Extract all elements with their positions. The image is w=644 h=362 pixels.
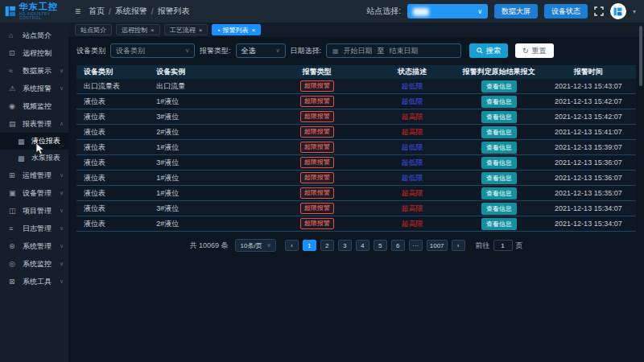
cell-category: 液位表 xyxy=(76,173,149,183)
status-text: 超低限 xyxy=(367,142,456,153)
sidebar-item-ops-mgmt[interactable]: ⊞ 运维管理 ∨ xyxy=(0,167,68,184)
status-text: 超高限 xyxy=(367,204,456,214)
cell-category: 液位表 xyxy=(76,127,149,138)
tab-process-flow[interactable]: 工艺流程 × xyxy=(164,24,208,35)
view-info-button[interactable]: 查看信息 xyxy=(481,80,517,93)
reset-button-label: 重置 xyxy=(532,46,547,56)
tab-remote-control[interactable]: 远程控制 × xyxy=(116,24,160,35)
tab-alarm-list[interactable]: ● 报警列表 × xyxy=(212,24,261,35)
search-button[interactable]: 搜索 xyxy=(469,43,508,58)
brand-logo-icon xyxy=(5,5,16,18)
sidebar-item-system-mgmt[interactable]: ⊛ 系统管理 ∨ xyxy=(0,237,68,255)
cell-instance: 2#液位 xyxy=(149,219,266,229)
page-button-4[interactable]: 4 xyxy=(356,240,369,251)
tab-site-intro[interactable]: 站点简介 xyxy=(75,24,112,35)
sidebar-item-label: 远程控制 xyxy=(23,48,52,59)
sidebar-item-video-monitor[interactable]: ◉ 视频监控 xyxy=(0,97,68,115)
page-button-1[interactable]: 1 xyxy=(303,240,316,251)
sidebar-item-project-mgmt[interactable]: ◫ 项目管理 ∨ xyxy=(0,202,68,220)
view-info-button[interactable]: 查看信息 xyxy=(481,111,517,123)
big-screen-button[interactable]: 数据大屏 xyxy=(494,4,538,19)
alarm-type-badge: 超限报警 xyxy=(300,126,334,138)
pagination: 共 10069 条 10条/页 ∨ ‹ 1 2 3 4 5 6 ··· 1007… xyxy=(76,239,636,252)
device-status-button[interactable]: 设备状态 xyxy=(544,4,588,19)
site-select-dropdown[interactable]: ████ ∨ xyxy=(407,4,488,19)
chevron-down-icon: ∨ xyxy=(60,208,64,214)
col-status-desc: 状态描述 xyxy=(367,67,456,77)
sidebar-item-device-mgmt[interactable]: ▣ 设备管理 ∨ xyxy=(0,184,68,202)
chevron-down-icon: ∨ xyxy=(60,190,64,196)
sidebar-item-system-alarm[interactable]: ⚠ 系统报警 ∨ xyxy=(0,80,68,97)
ellipsis-button[interactable]: ··· xyxy=(409,240,423,251)
breadcrumb-system-alarm[interactable]: 系统报警 xyxy=(115,6,147,17)
sidebar-item-remote-control[interactable]: ⊡ 远程控制 xyxy=(0,44,68,62)
close-icon[interactable]: × xyxy=(251,27,255,34)
cell-instance: 1#液位 xyxy=(149,97,266,107)
close-icon[interactable]: × xyxy=(199,27,203,34)
date-range-input[interactable]: ▦ 开始日期 至 结束日期 xyxy=(326,43,461,58)
last-page-button[interactable]: 1007 xyxy=(427,240,448,251)
cell-instance: 2#液位 xyxy=(149,127,266,138)
cell-time: 2021-12-13 15:41:07 xyxy=(541,128,636,136)
vertical-scrollbar-thumb[interactable] xyxy=(639,26,642,86)
goto-page-input[interactable] xyxy=(493,240,513,251)
active-dot-icon: ● xyxy=(217,28,220,32)
page-button-5[interactable]: 5 xyxy=(374,240,387,251)
chevron-down-icon: ∨ xyxy=(60,85,64,92)
breadcrumb-home[interactable]: 首页 xyxy=(89,6,105,17)
cell-time: 2021-12-13 15:35:07 xyxy=(541,189,636,197)
alarm-type-select[interactable]: 全选 ∨ xyxy=(236,43,286,58)
fullscreen-icon[interactable] xyxy=(594,6,604,16)
sidebar-item-label: 液位报表 xyxy=(31,136,60,146)
sidebar-item-label: 站点简介 xyxy=(23,31,52,41)
view-info-button[interactable]: 查看信息 xyxy=(481,203,517,215)
page-button-6[interactable]: 6 xyxy=(391,240,405,251)
chevron-down-icon: ∨ xyxy=(60,278,64,285)
sidebar-item-system-tools[interactable]: ⊠ 系统工具 ∨ xyxy=(0,273,68,290)
cell-time: 2021-12-13 15:34:07 xyxy=(541,220,636,228)
chevron-down-icon: ∨ xyxy=(60,172,64,179)
user-avatar[interactable] xyxy=(610,3,626,19)
alarm-type-badge: 超限报警 xyxy=(300,111,334,122)
view-info-button[interactable]: 查看信息 xyxy=(481,96,517,108)
device-category-select[interactable]: 设备类别 ∨ xyxy=(110,43,195,58)
sidebar-collapse-icon[interactable]: ≡ xyxy=(75,6,80,17)
sidebar-item-log-mgmt[interactable]: ≡ 日志管理 ∨ xyxy=(0,220,68,237)
page-size-select[interactable]: 10条/页 ∨ xyxy=(235,239,275,252)
sidebar-item-level-report[interactable]: ▦ 液位报表 xyxy=(0,133,68,150)
sidebar-item-label: 数据展示 xyxy=(23,66,52,76)
view-info-button[interactable]: 查看信息 xyxy=(481,187,517,200)
log-icon: ≡ xyxy=(9,224,19,232)
view-info-button[interactable]: 查看信息 xyxy=(481,218,517,230)
sidebar-item-data-display[interactable]: ≈ 数据展示 ∨ xyxy=(0,62,68,80)
cell-time: 2021-12-13 15:36:07 xyxy=(541,174,636,182)
view-info-button[interactable]: 查看信息 xyxy=(481,126,517,138)
device-icon: ▣ xyxy=(9,189,19,197)
chevron-down-icon: ∨ xyxy=(60,261,64,267)
user-menu-caret-icon[interactable]: ▾ xyxy=(633,8,636,15)
sidebar-item-site-intro[interactable]: ⌂ 站点简介 xyxy=(0,27,68,44)
status-text: 超低限 xyxy=(367,81,456,92)
chevron-down-icon: ∨ xyxy=(179,47,189,54)
page-button-2[interactable]: 2 xyxy=(320,240,334,251)
chevron-down-icon: ∨ xyxy=(477,8,482,15)
reset-button[interactable]: ↻ 重置 xyxy=(515,43,554,58)
page-button-3[interactable]: 3 xyxy=(338,240,352,251)
sidebar-item-system-monitor[interactable]: ◎ 系统监控 ∨ xyxy=(0,255,68,273)
prev-page-button[interactable]: ‹ xyxy=(285,240,299,251)
cell-instance: 3#液位 xyxy=(149,112,266,122)
tab-label: 远程控制 xyxy=(122,26,147,35)
cell-category: 液位表 xyxy=(76,97,149,107)
view-info-button[interactable]: 查看信息 xyxy=(481,157,517,169)
status-text: 超低限 xyxy=(367,173,456,183)
next-page-button[interactable]: › xyxy=(452,240,465,251)
table-row: 液位表 2#液位 超限报警 超高限 查看信息 2021-12-13 15:41:… xyxy=(76,125,636,140)
cell-time: 2021-12-13 15:36:07 xyxy=(541,158,636,167)
view-info-button[interactable]: 查看信息 xyxy=(481,172,517,184)
sidebar-item-pump-report[interactable]: ▩ 水泵报表 xyxy=(0,150,68,167)
sidebar-item-report-mgmt[interactable]: ▤ 报表管理 ∧ xyxy=(0,115,68,133)
home-icon: ⌂ xyxy=(9,31,19,39)
close-icon[interactable]: × xyxy=(151,27,155,34)
cell-instance: 3#液位 xyxy=(149,158,266,168)
view-info-button[interactable]: 查看信息 xyxy=(481,142,517,154)
